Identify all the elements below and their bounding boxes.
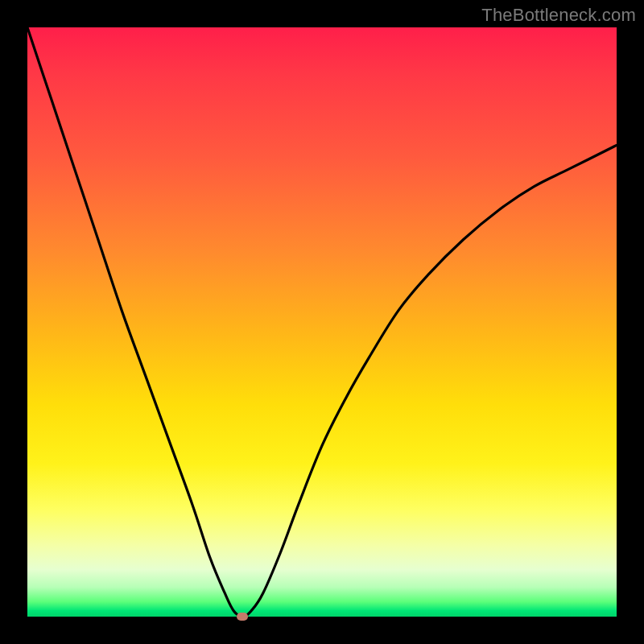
- plot-area: [27, 27, 617, 617]
- bottleneck-curve: [27, 27, 617, 617]
- chart-frame: TheBottleneck.com: [0, 0, 644, 644]
- watermark-text: TheBottleneck.com: [481, 5, 636, 26]
- minimum-marker: [237, 613, 248, 621]
